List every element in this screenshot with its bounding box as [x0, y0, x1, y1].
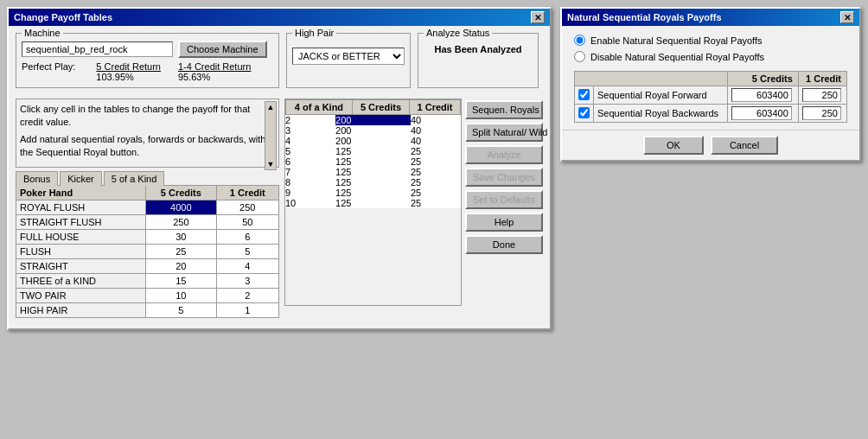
- poker-5credit-cell[interactable]: 20: [146, 258, 216, 273]
- four-5credit-cell[interactable]: 200: [335, 115, 411, 125]
- four-1credit-cell[interactable]: 40: [411, 125, 461, 136]
- 5credits-header: 5 Credits: [146, 185, 216, 200]
- 4kind-1credit-header: 1 Credit: [410, 100, 461, 115]
- main-dialog: Change Payoff Tables ✕ Machine Choose Ma…: [7, 7, 552, 330]
- set-to-defaults-button[interactable]: Set to Defaults: [465, 190, 543, 209]
- poker-1credit-cell[interactable]: 1: [216, 302, 279, 317]
- sequential-royals-button[interactable]: Sequen. Royals: [465, 100, 543, 119]
- royal-1credit-input[interactable]: [802, 88, 841, 102]
- royal-5credit-input-cell: [727, 105, 798, 123]
- poker-5credit-cell[interactable]: 30: [146, 229, 216, 244]
- tab-5ofkind[interactable]: 5 of a Kind: [104, 171, 165, 186]
- four-kind-cell[interactable]: 9: [285, 188, 335, 198]
- second-dialog-close[interactable]: ✕: [840, 11, 854, 23]
- four-1credit-cell[interactable]: 40: [411, 115, 461, 125]
- perfect-play-label: Perfect Play:: [22, 61, 75, 72]
- tab-kicker[interactable]: Kicker: [60, 171, 102, 186]
- royal-payoffs-table: 5 Credits 1 Credit Sequential Royal Forw…: [574, 71, 847, 123]
- info-text-2: Add natural sequential royals, forwards …: [20, 133, 275, 160]
- royal-5credit-input[interactable]: [731, 106, 792, 120]
- 4kind-5credits-header: 5 Credits: [352, 100, 409, 115]
- four-1credit-cell[interactable]: 40: [411, 136, 461, 146]
- four-5credit-cell[interactable]: 125: [335, 177, 411, 188]
- analyze-status-label: Analyze Status: [424, 28, 492, 38]
- disable-royal-label: Disable Natural Sequential Royal Payoffs: [590, 52, 764, 62]
- poker-5credit-cell[interactable]: 25: [146, 244, 216, 258]
- poker-hand-cell[interactable]: FLUSH: [16, 244, 146, 258]
- royal-checkbox-cell[interactable]: [575, 86, 594, 105]
- analyze-status-value: Has Been Analyzed: [424, 44, 533, 54]
- poker-5credit-cell[interactable]: 5: [146, 302, 216, 317]
- poker-1credit-cell[interactable]: 3: [216, 273, 279, 288]
- royal-5credit-input[interactable]: [731, 88, 792, 102]
- four-kind-cell[interactable]: 4: [285, 136, 335, 146]
- four-1credit-cell[interactable]: 25: [411, 188, 461, 198]
- enable-royal-radio[interactable]: [574, 35, 585, 46]
- poker-hand-cell[interactable]: STRAIGHT FLUSH: [16, 214, 146, 229]
- royal-checkbox[interactable]: [578, 107, 590, 118]
- four-kind-cell[interactable]: 5: [285, 146, 335, 156]
- four-1credit-cell[interactable]: 25: [411, 156, 461, 167]
- royal-1credit-header: 1 Credit: [798, 72, 846, 86]
- four-kind-cell[interactable]: 8: [285, 177, 335, 188]
- four-1credit-cell[interactable]: 25: [411, 146, 461, 156]
- ok-button[interactable]: OK: [643, 136, 704, 155]
- 1credit-header: 1 Credit: [216, 185, 279, 200]
- four-5credit-cell[interactable]: 125: [335, 167, 411, 177]
- poker-5credit-cell[interactable]: 10: [146, 288, 216, 302]
- credit14-label: 1-4 Credit Return: [178, 61, 251, 72]
- four-5credit-cell[interactable]: 125: [335, 156, 411, 167]
- four-kind-cell[interactable]: 2: [285, 115, 335, 125]
- split-natural-button[interactable]: Split Natural/ Wild: [465, 123, 543, 142]
- poker-5credit-cell[interactable]: 15: [146, 273, 216, 288]
- machine-input[interactable]: [22, 41, 173, 57]
- high-pair-select[interactable]: JACKS or BETTER KINGS or BETTER ACES or …: [292, 48, 405, 65]
- four-kind-header-table: 4 of a Kind 5 Credits 1 Credit: [285, 99, 461, 115]
- royal-5credit-input-cell: [727, 86, 798, 105]
- four-kind-cell[interactable]: 3: [285, 125, 335, 136]
- four-1credit-cell[interactable]: 25: [411, 167, 461, 177]
- poker-hand-cell[interactable]: STRAIGHT: [16, 258, 146, 273]
- four-kind-cell[interactable]: 6: [285, 156, 335, 167]
- poker-hand-cell[interactable]: THREE of a KIND: [16, 273, 146, 288]
- royal-5credits-header: 5 Credits: [727, 72, 798, 86]
- poker-1credit-cell[interactable]: 4: [216, 258, 279, 273]
- poker-1credit-cell[interactable]: 6: [216, 229, 279, 244]
- four-5credit-cell[interactable]: 125: [335, 198, 411, 208]
- poker-1credit-cell[interactable]: 250: [216, 200, 279, 214]
- help-button[interactable]: Help: [465, 213, 543, 232]
- royal-checkbox[interactable]: [578, 89, 590, 100]
- poker-1credit-cell[interactable]: 5: [216, 244, 279, 258]
- disable-royal-radio[interactable]: [574, 51, 585, 62]
- poker-1credit-cell[interactable]: 2: [216, 288, 279, 302]
- poker-hand-cell[interactable]: FULL HOUSE: [16, 229, 146, 244]
- save-changes-button[interactable]: Save Changes: [465, 168, 543, 187]
- poker-hand-cell[interactable]: HIGH PAIR: [16, 302, 146, 317]
- royal-1credit-input[interactable]: [802, 106, 841, 120]
- main-dialog-close[interactable]: ✕: [531, 11, 545, 23]
- radio-group: Enable Natural Sequential Royal Payoffs …: [562, 26, 859, 71]
- four-5credit-cell[interactable]: 125: [335, 188, 411, 198]
- tab-bar: Bonus Kicker 5 of a Kind: [16, 171, 279, 186]
- tab-bonus[interactable]: Bonus: [16, 171, 58, 186]
- four-kind-data-table: 2200403200404200405125256125257125258125…: [285, 115, 461, 208]
- four-5credit-cell[interactable]: 125: [335, 146, 411, 156]
- royal-checkbox-cell[interactable]: [575, 105, 594, 123]
- four-kind-cell[interactable]: 10: [285, 198, 335, 208]
- cancel-button[interactable]: Cancel: [711, 136, 778, 155]
- credit5-value: 103.95%: [96, 72, 133, 82]
- poker-5credit-cell[interactable]: 250: [146, 214, 216, 229]
- poker-hand-cell[interactable]: ROYAL FLUSH: [16, 200, 146, 214]
- four-5credit-cell[interactable]: 200: [335, 136, 411, 146]
- poker-1credit-cell[interactable]: 50: [216, 214, 279, 229]
- four-kind-cell[interactable]: 7: [285, 167, 335, 177]
- poker-hand-cell[interactable]: TWO PAIR: [16, 288, 146, 302]
- choose-machine-button[interactable]: Choose Machine: [178, 41, 267, 58]
- four-5credit-cell[interactable]: 200: [335, 125, 411, 136]
- done-button[interactable]: Done: [465, 235, 543, 254]
- poker-5credit-cell[interactable]: 4000: [146, 200, 216, 214]
- analyze-button[interactable]: Analyze: [465, 145, 543, 164]
- four-1credit-cell[interactable]: 25: [411, 198, 461, 208]
- four-1credit-cell[interactable]: 25: [411, 177, 461, 188]
- royal-1credit-input-cell: [798, 86, 846, 105]
